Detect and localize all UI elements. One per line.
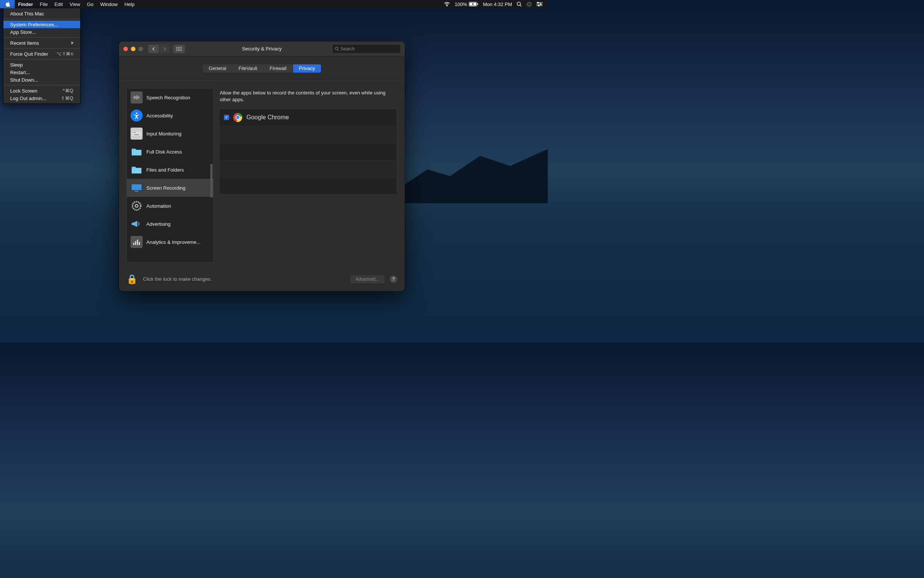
menu-shutdown[interactable]: Shut Down... [3, 76, 80, 84]
app-row-chrome[interactable]: ✓ Google Chrome [219, 109, 397, 126]
svg-rect-25 [181, 50, 182, 51]
tab-bar: General FileVault Firewall Privacy [119, 57, 405, 81]
tab-filevault[interactable]: FileVault [232, 64, 264, 73]
wifi-icon[interactable] [444, 2, 450, 6]
checkbox-icon[interactable]: ✓ [224, 115, 229, 120]
search-icon [335, 47, 339, 51]
sidebar-item-speech[interactable]: Speech Recognition [127, 88, 213, 107]
sidebar-item-advertising[interactable]: Advertising [127, 215, 213, 233]
forward-button [159, 45, 170, 53]
svg-rect-14 [177, 47, 177, 48]
sidebar-item-files-folders[interactable]: Files and Folders [127, 161, 213, 179]
menu-recent-items[interactable]: Recent Items [3, 39, 80, 47]
menu-force-quit[interactable]: Force Quit Finder⌥⇧⌘⎋ [3, 50, 80, 58]
close-button[interactable] [123, 47, 128, 51]
battery-status[interactable]: 100% [454, 2, 478, 7]
help-button[interactable]: ? [390, 276, 397, 283]
wallpaper-mountain [397, 135, 548, 203]
menu-go[interactable]: Go [84, 0, 97, 8]
svg-rect-21 [181, 49, 182, 49]
svg-point-4 [517, 2, 521, 6]
svg-line-5 [520, 5, 522, 7]
svg-rect-20 [180, 49, 180, 49]
spotlight-icon[interactable] [517, 2, 522, 7]
svg-rect-15 [178, 47, 179, 48]
search-input[interactable]: Search [332, 45, 400, 53]
megaphone-icon [131, 218, 143, 230]
menu-system-preferences[interactable]: System Preferences... [3, 21, 80, 28]
sidebar-item-screen-recording[interactable]: Screen Recording [127, 179, 213, 197]
chevron-right-icon [71, 41, 73, 44]
svg-rect-42 [131, 184, 142, 190]
svg-rect-48 [133, 243, 134, 245]
accessibility-icon [131, 109, 143, 122]
show-all-button[interactable] [173, 45, 185, 53]
app-name-menu[interactable]: Finder [15, 0, 36, 8]
menu-edit[interactable]: Edit [51, 0, 66, 8]
control-center-icon[interactable] [537, 2, 543, 6]
zoom-button [138, 47, 143, 51]
lock-icon[interactable]: 🔒 [126, 274, 138, 284]
sidebar-item-input-monitoring[interactable]: Input Monitoring [127, 125, 213, 143]
back-button[interactable] [148, 45, 159, 53]
app-row-empty [219, 161, 397, 178]
svg-rect-49 [135, 241, 136, 245]
svg-point-13 [538, 5, 540, 6]
clock[interactable]: Mon 4:32 PM [483, 2, 512, 7]
tab-privacy[interactable]: Privacy [293, 64, 321, 73]
sidebar-scrollbar[interactable] [210, 164, 212, 198]
svg-point-12 [540, 4, 541, 5]
sidebar-item-accessibility[interactable]: Accessibility [127, 107, 213, 125]
chart-icon [131, 236, 143, 248]
folder-icon [131, 146, 143, 157]
menu-logout[interactable]: Log Out admin...⇧⌘Q [3, 94, 80, 102]
menubar: Finder File Edit View Go Window Help 100… [0, 0, 548, 8]
svg-line-27 [337, 49, 339, 50]
app-row-empty [219, 126, 397, 143]
chrome-icon [233, 112, 243, 122]
menu-about-mac[interactable]: About This Mac [3, 10, 80, 17]
app-row-empty [219, 178, 397, 195]
folder-icon [131, 164, 143, 176]
tab-general[interactable]: General [203, 64, 232, 73]
app-list: ✓ Google Chrome [219, 109, 397, 195]
detail-pane: Allow the apps below to record the conte… [219, 88, 397, 263]
app-name: Google Chrome [246, 114, 289, 121]
svg-rect-39 [134, 134, 139, 135]
svg-rect-50 [137, 240, 138, 245]
apple-menu-button[interactable] [0, 0, 15, 8]
privacy-sidebar: Speech Recognition Accessibility Input M… [126, 88, 214, 263]
sidebar-item-automation[interactable]: Automation [127, 197, 213, 215]
menu-sleep[interactable]: Sleep [3, 61, 80, 68]
siri-icon[interactable] [526, 2, 532, 7]
description-text: Allow the apps below to record the conte… [219, 88, 397, 109]
svg-rect-40 [132, 150, 141, 156]
svg-point-54 [236, 115, 240, 119]
sidebar-item-analytics[interactable]: Analytics & Improveme... [127, 233, 213, 251]
menu-file[interactable]: File [36, 0, 51, 8]
svg-rect-41 [132, 168, 141, 174]
svg-rect-47 [132, 223, 133, 225]
apple-menu-dropdown: About This Mac System Preferences... App… [3, 8, 81, 104]
tab-firewall[interactable]: Firewall [264, 64, 293, 73]
app-row-empty [219, 143, 397, 161]
svg-rect-35 [132, 132, 141, 136]
window-titlebar[interactable]: Security & Privacy Search [119, 41, 405, 57]
svg-rect-22 [177, 50, 177, 51]
menu-app-store[interactable]: App Store... [3, 28, 80, 36]
minimize-button[interactable] [131, 47, 135, 51]
menu-lock-screen[interactable]: Lock Screen^⌘Q [3, 87, 80, 94]
menu-window[interactable]: Window [97, 0, 121, 8]
gear-icon [131, 200, 143, 212]
svg-rect-17 [181, 47, 182, 48]
svg-rect-37 [134, 132, 135, 133]
svg-rect-23 [178, 50, 179, 51]
sidebar-item-full-disk[interactable]: Full Disk Access [127, 143, 213, 161]
menu-restart[interactable]: Restart... [3, 68, 80, 76]
svg-point-0 [447, 6, 448, 6]
advanced-button: Advanced... [350, 275, 384, 283]
svg-rect-36 [133, 132, 134, 133]
window-footer: 🔒 Click the lock to make changes. Advanc… [119, 266, 405, 291]
menu-view[interactable]: View [66, 0, 84, 8]
menu-help[interactable]: Help [121, 0, 138, 8]
